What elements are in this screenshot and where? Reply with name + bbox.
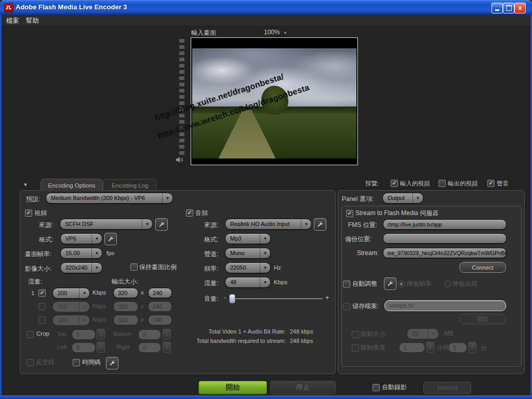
timecode-label: 時間碼 [82, 358, 101, 367]
stream-key-field[interactable]: ive_9790329_hkojOI4n32ZVQRzqkwTmWGPnBFc [383, 248, 507, 258]
preset-dropdown[interactable]: Medium Bandwidth (300 Kbps) - VP6 ▼ [46, 193, 173, 204]
maximize-button[interactable] [503, 3, 514, 14]
video-format-dropdown[interactable]: VP6 ▼ [60, 233, 102, 244]
panel-select-label: Panel 選項: [342, 195, 374, 204]
auto-adjust-checkbox[interactable] [343, 281, 350, 288]
maintain-aspect-checkbox[interactable] [130, 263, 138, 271]
output-size-header: 輸出大小: [112, 277, 138, 286]
degrade-quality-label: 降低品質 [453, 280, 477, 288]
panel-select-dropdown[interactable]: Output ▼ [382, 193, 423, 204]
audio-samplerate-dropdown[interactable]: 22050 ▼ [225, 262, 271, 273]
stream-to-fms-checkbox[interactable]: ✓ [346, 210, 353, 217]
stream3-checkbox[interactable] [38, 316, 46, 324]
save-file-checkbox[interactable] [343, 303, 350, 310]
maintain-aspect-label: 保持畫面比例 [139, 263, 177, 272]
volume-plus[interactable]: + [325, 294, 329, 301]
check-icon: ✓ [187, 209, 192, 216]
tab-encoding-options[interactable]: Encoding Options [41, 179, 103, 191]
minimize-button[interactable] [491, 3, 503, 14]
stream1-height-field[interactable]: 240 [148, 288, 172, 298]
dropdown-arrow-icon: ▼ [79, 302, 89, 312]
bitrate-header: 流量: [28, 277, 42, 286]
stream1-bitrate-dropdown[interactable]: 200 ▼ [52, 288, 90, 299]
record-button: Record [423, 382, 471, 394]
limit-length-checkbox [352, 344, 359, 352]
menu-bar [0, 15, 532, 26]
crop-bottom-field: 0 [138, 329, 161, 340]
volume-slider-handle[interactable] [229, 294, 235, 303]
audio-source-settings-button[interactable] [314, 218, 326, 231]
crop-left-field: 0 [72, 342, 96, 353]
audio-bitrate-dropdown[interactable]: 48 ▼ [225, 277, 271, 288]
drop-framerate-label: 降低幀率 [407, 280, 432, 288]
backup-url-field[interactable] [383, 233, 507, 244]
volume-minus[interactable]: - [224, 294, 226, 301]
connect-button[interactable]: Connect [459, 262, 506, 273]
wrench-icon [109, 360, 115, 366]
dropdown-arrow-icon: ▼ [260, 248, 270, 258]
framerate-dropdown[interactable]: 15.00 ▼ [60, 248, 102, 259]
audio-format-label: 格式: [204, 235, 218, 244]
video-source-dropdown[interactable]: SCFH DSF ▼ [60, 219, 153, 230]
stream1-width-field[interactable]: 320 [113, 288, 138, 298]
dropdown-arrow-icon: ▼ [260, 234, 270, 244]
close-button[interactable]: × [514, 3, 526, 14]
output-video-checkbox[interactable] [438, 180, 446, 187]
input-size-dropdown[interactable]: 320x240 ▼ [60, 262, 102, 273]
dropdown-arrow-icon: ▼ [79, 288, 89, 298]
audio-samplerate-label: 頻率: [204, 264, 218, 273]
wrench-icon [108, 236, 114, 242]
degrade-quality-radio [444, 281, 451, 287]
fms-url-label: FMS 位置: [348, 221, 377, 230]
timecode-settings-button[interactable] [106, 357, 118, 369]
menu-help[interactable]: 幫助 [26, 17, 39, 25]
auto-adjust-settings-button[interactable] [384, 277, 396, 290]
deinterlace-checkbox [26, 359, 34, 366]
limit-minutes-field: 0 [448, 342, 467, 353]
limit-size-checkbox [352, 331, 359, 338]
audio-format-dropdown[interactable]: Mp3 ▼ [225, 233, 271, 244]
start-button[interactable]: 開始 [198, 381, 267, 394]
stream2-width-field: 320 [113, 301, 138, 312]
stream1-checkbox[interactable]: ✓ [38, 289, 46, 297]
preview-toggles-label: 預覽: [365, 180, 379, 188]
input-video-checkbox[interactable]: ✓ [391, 180, 398, 187]
auto-record-checkbox[interactable] [373, 384, 380, 391]
audio-preview-label: 聲音 [497, 180, 509, 188]
application-window: Adobe Flash Media Live Encoder 3 × 檔案 幫助… [0, 0, 532, 399]
audio-bitrate-unit: Kbps [274, 279, 287, 285]
stream2-checkbox[interactable] [38, 303, 46, 310]
crop-checkbox[interactable] [26, 331, 34, 338]
video-format-settings-button[interactable] [104, 233, 117, 245]
collapse-panel-arrow-icon[interactable]: ▼ [23, 182, 28, 188]
audio-source-dropdown[interactable]: Realtek HD Audio Input ▼ [225, 219, 312, 230]
zoom-dropdown-arrow-icon[interactable]: ▼ [283, 31, 287, 35]
timecode-checkbox[interactable] [73, 359, 80, 366]
crop-label: Crop [36, 330, 49, 337]
stream3-width-field: 320 [113, 315, 138, 325]
audio-channels-label: 聲道: [204, 250, 218, 259]
stream2-bitrate-dropdown: 100 ▼ [52, 301, 90, 312]
stream1-x: x [141, 289, 144, 296]
video-source-settings-button[interactable] [155, 218, 168, 231]
crop-right-field: 0 [138, 342, 161, 353]
audio-enable-checkbox[interactable]: ✓ [186, 209, 193, 217]
audio-samplerate-unit: Hz [274, 264, 281, 271]
dropdown-arrow-icon: ▼ [301, 219, 311, 229]
backup-url-label: 備份位置: [345, 235, 371, 244]
total-bandwidth-value: 248 kbps [290, 338, 313, 344]
stream-row-index: 1 [31, 290, 34, 296]
audio-preview-checkbox[interactable]: ✓ [487, 180, 495, 187]
zoom-level-dropdown[interactable]: 100% [264, 29, 280, 36]
tab-encoding-log[interactable]: Encoding Log [103, 179, 157, 191]
video-enable-checkbox[interactable]: ✓ [25, 209, 32, 217]
preset-label: 預設: [26, 195, 40, 204]
speaker-icon[interactable] [176, 156, 184, 165]
stream3-bitrate-dropdown: 100 ▼ [52, 315, 90, 326]
wrench-icon [317, 221, 323, 228]
menu-file[interactable]: 檔案 [6, 17, 19, 25]
drop-framerate-radio [398, 281, 405, 287]
fms-url-field[interactable]: rtmp://live.justin.tv/app [383, 219, 507, 230]
volume-slider-track[interactable] [229, 298, 323, 299]
audio-channels-dropdown[interactable]: Mono ▼ [225, 248, 271, 259]
